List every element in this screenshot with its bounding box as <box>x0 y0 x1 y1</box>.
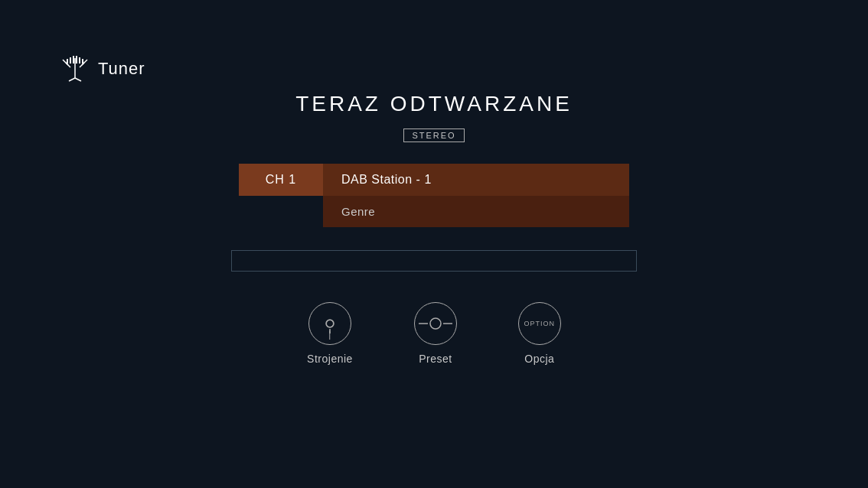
svg-rect-8 <box>70 57 71 63</box>
strojenie-control[interactable]: Strojenie <box>307 302 353 365</box>
station-name: DAB Station - 1 <box>323 164 629 196</box>
controls: Strojenie Preset OPTION Opcja <box>307 302 561 365</box>
tuner-icon <box>61 55 89 83</box>
station-genre: Genre <box>323 196 629 227</box>
stereo-badge: STEREO <box>403 129 464 142</box>
preset-control[interactable]: Preset <box>414 302 457 365</box>
svg-rect-9 <box>73 56 74 63</box>
preset-label: Preset <box>419 353 452 365</box>
header: Tuner <box>61 55 145 83</box>
now-playing-label: TERAZ ODTWARZANE <box>295 92 573 116</box>
opcja-control[interactable]: OPTION Opcja <box>518 302 561 365</box>
main-content: TERAZ ODTWARZANE STEREO CH 1 DAB Station… <box>0 92 868 365</box>
progress-container <box>231 250 637 272</box>
opcja-button[interactable]: OPTION <box>518 302 561 345</box>
svg-point-13 <box>326 320 334 327</box>
station-details: DAB Station - 1 Genre <box>323 164 629 227</box>
option-text: OPTION <box>524 320 556 327</box>
strojenie-label: Strojenie <box>307 353 353 365</box>
channel-badge: CH 1 <box>239 164 323 196</box>
svg-line-2 <box>75 78 81 81</box>
opcja-label: Opcja <box>524 353 554 365</box>
app-title: Tuner <box>98 59 145 79</box>
svg-line-1 <box>69 78 75 81</box>
svg-rect-11 <box>79 57 80 63</box>
preset-knob-svg <box>419 314 452 333</box>
svg-point-16 <box>430 318 441 329</box>
svg-rect-10 <box>76 56 77 63</box>
station-info: CH 1 DAB Station - 1 Genre <box>239 164 629 227</box>
svg-rect-7 <box>67 59 68 63</box>
preset-knob[interactable] <box>414 302 457 345</box>
strojenie-knob-svg <box>318 312 341 335</box>
strojenie-knob[interactable] <box>308 302 351 345</box>
svg-rect-12 <box>82 59 83 63</box>
